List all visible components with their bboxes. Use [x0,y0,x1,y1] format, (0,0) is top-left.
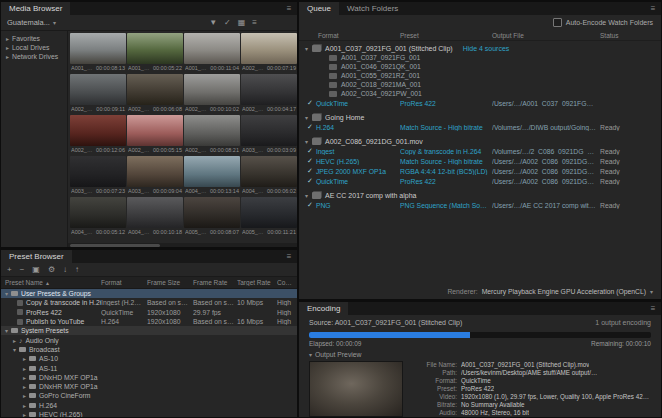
clip-thumbnail[interactable] [70,156,126,187]
output-checkbox-icon[interactable]: ✓ [307,157,313,165]
preset-subfolder-row[interactable]: ▸DNxHR MXF OP1a [1,382,297,391]
output-file-link[interactable]: /Users/…/AE CC 2017 comp with alpha.png [492,202,600,209]
output-preset-link[interactable]: Copy & transcode in H.264 [400,148,492,155]
clip-thumbnail[interactable] [184,156,240,187]
clip-thumbnail[interactable] [127,33,183,64]
clip-cell[interactable]: A002_C08...00:00:08:21 [184,115,240,155]
panel-menu-icon[interactable]: ≡ [281,250,297,263]
clip-cell[interactable]: A005_C01...00:00:08:07 [184,197,240,237]
queue-source-row[interactable]: A002_C034_0921PW_001 [299,89,661,98]
output-format-link[interactable]: QuickTime [316,100,348,107]
output-format-link[interactable]: Ingest [316,148,335,155]
clip-thumbnail[interactable] [70,197,126,228]
clip-cell[interactable]: A003_C01...00:00:03:09 [241,115,297,155]
clip-cell[interactable]: A002_C05...00:00:04:17 [241,74,297,114]
import-preset-icon[interactable]: ↓ [63,265,67,274]
queue-group-header[interactable]: ▾A001_C037_0921FG_001 (Stitched Clip)Hid… [299,43,661,53]
clip-thumbnail[interactable] [241,156,297,187]
new-group-icon[interactable]: ▣ [32,265,40,274]
output-checkbox-icon[interactable]: ✓ [307,147,313,155]
queue-source-row[interactable]: A001_C046_0921QK_001 [299,62,661,71]
queue-group-header[interactable]: ▾Going Home [299,112,661,122]
column-comment[interactable]: Comm… [277,279,297,286]
clip-thumbnail[interactable] [241,74,297,105]
preset-subfolder-row[interactable]: ▸AS-10 [1,354,297,363]
column-frame-rate[interactable]: Frame Rate [193,279,237,286]
clip-thumbnail[interactable] [70,33,126,64]
scrollbar-thumb[interactable] [70,244,160,247]
queue-group-header[interactable]: ▾A002_C086_0921DG_001.mov [299,136,661,146]
clip-cell[interactable]: A003_C02...00:00:07:23 [70,156,126,196]
output-file-link[interactable]: /Users/…/A002_C086_0921DG_001_1.mxf [492,168,600,175]
column-target-rate[interactable]: Target Rate [237,279,277,286]
output-preset-link[interactable]: PNG Sequence (Match Source) [400,202,492,209]
clip-thumbnail[interactable] [241,197,297,228]
renderer-dropdown[interactable]: Mercury Playback Engine GPU Acceleration… [482,288,646,295]
queue-output-row[interactable]: ✓QuickTimeProRes 422/Users/…/A001_C037_0… [299,98,661,108]
clip-cell[interactable]: A001_C04...00:00:05:22 [127,33,183,73]
output-format-link[interactable]: JPEG 2000 MXF OP1a [316,168,386,175]
output-format-link[interactable]: HEVC (H.265) [316,158,359,165]
output-file-link[interactable]: /Users/…/A002_C086_0921DG_001.mp4 [492,158,600,165]
output-format-link[interactable]: H.264 [316,124,334,131]
approved-filter-icon[interactable]: ✓ [224,18,231,27]
clip-cell[interactable]: A004_C01...00:00:13:14 [184,156,240,196]
column-format[interactable]: Format [101,279,147,286]
toggle-sources-link[interactable]: Hide 4 sources [463,45,510,52]
filter-funnel-icon[interactable]: ▼ [209,18,217,27]
clip-thumbnail[interactable] [184,197,240,228]
queue-source-row[interactable]: A001_C037_0921FG_001 [299,53,661,62]
preset-folder-row[interactable]: ▾Broadcast [1,345,297,354]
view-grid-icon[interactable]: ▦ [238,18,246,27]
panel-menu-icon[interactable]: ≡ [281,2,297,15]
queue-output-row[interactable]: ✓JPEG 2000 MXF OP1aRGBA 4:4:4 12-bit (BC… [299,166,661,176]
clip-cell[interactable]: A002_C07...00:00:05:15 [127,115,183,155]
output-file-link[interactable]: /Volumes/…/DIWB output/Going Home2.mp4 [492,124,600,131]
tree-item-local-drives[interactable]: ▸Local Drives [1,43,67,52]
preset-settings-icon[interactable]: ⚙ [48,265,55,274]
output-preset-link[interactable]: Match Source - High bitrate [400,124,492,131]
clip-cell[interactable]: A002_C01...00:00:07:19 [241,33,297,73]
clip-thumbnail[interactable] [127,74,183,105]
queue-output-row[interactable]: ✓HEVC (H.265)Match Source - High bitrate… [299,156,661,166]
horizontal-scrollbar[interactable] [68,243,297,247]
delete-preset-icon[interactable]: − [20,265,25,274]
output-file-link[interactable]: /Users/…/A001_C037_0921FG_001 (Stitched … [492,100,600,107]
output-file-link[interactable]: /Volumes/…/2_C086_0921DG_001.mov [492,148,600,155]
clip-thumbnail[interactable] [70,74,126,105]
clip-cell[interactable]: A004_C04...00:00:10:18 [127,197,183,237]
output-checkbox-icon[interactable]: ✓ [307,201,313,209]
output-checkbox-icon[interactable]: ✓ [307,167,313,175]
queue-group-header[interactable]: ▾AE CC 2017 comp with alpha [299,190,661,200]
tab-encoding[interactable]: Encoding [299,302,348,315]
options-icon[interactable]: ≡ [252,18,257,27]
column-output-file[interactable]: Output File [492,32,600,39]
queue-output-row[interactable]: ✓PNGPNG Sequence (Match Source)/Users/…/… [299,200,661,210]
clip-thumbnail[interactable] [70,115,126,146]
clip-thumbnail[interactable] [127,197,183,228]
preset-subfolder-row[interactable]: ▸AS-11 [1,363,297,372]
preset-subfolder-row[interactable]: ▸GoPro CineForm [1,391,297,400]
clip-cell[interactable]: A002_C04...00:00:10:02 [184,74,240,114]
panel-menu-icon[interactable]: ≡ [645,302,661,315]
preset-row[interactable]: Publish to YouTubeH.2641920x1080Based on… [1,317,297,326]
preset-row[interactable]: ProRes 422QuickTime1920x108029.97 fpsHig… [1,308,297,317]
clip-cell[interactable]: A001_C03...00:00:08:13 [70,33,126,73]
tab-queue[interactable]: Queue [299,2,339,15]
clip-cell[interactable]: A005_C02...00:00:11:21 [241,197,297,237]
preset-subfolder-row[interactable]: ▸HEVC (H.265) [1,410,297,417]
output-preset-link[interactable]: RGBA 4:4:4 12-bit (BC5)(LD) [400,168,492,175]
clip-cell[interactable]: A002_C03...00:00:06:08 [127,74,183,114]
location-dropdown[interactable]: Guatemala... ▾ [7,18,56,27]
clip-cell[interactable]: A002_C02...00:00:09:11 [70,74,126,114]
preset-row[interactable]: Copy & transcode in H.264Ingest (H.264)B… [1,298,297,307]
output-format-link[interactable]: PNG [316,202,331,209]
preset-subfolder-row[interactable]: ▸DNxHD MXF OP1a [1,373,297,382]
clip-cell[interactable]: A001_C05...00:00:11:04 [184,33,240,73]
column-status[interactable]: Status [600,32,661,39]
queue-source-row[interactable]: A001_C055_0921RZ_001 [299,71,661,80]
queue-source-row[interactable]: A002_C018_0921MA_001 [299,80,661,89]
clip-thumbnail[interactable] [184,115,240,146]
export-preset-icon[interactable]: ↑ [75,265,79,274]
column-preset[interactable]: Preset [400,32,492,39]
